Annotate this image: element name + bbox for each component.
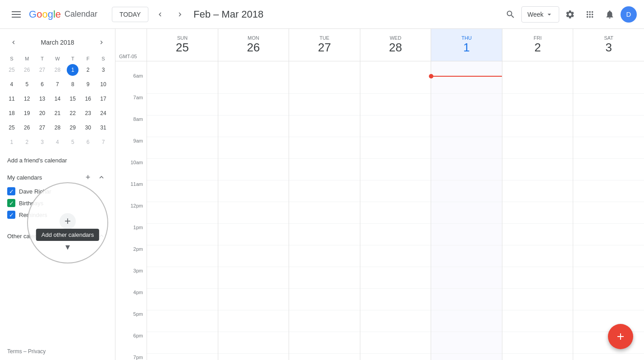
hour-cell[interactable] (218, 245, 289, 267)
hour-cell[interactable] (431, 137, 502, 159)
day-header-thu[interactable]: THU 1 (431, 29, 502, 61)
mini-cal-prev[interactable] (7, 36, 20, 49)
hour-cell[interactable] (147, 354, 218, 360)
mini-cal-day[interactable]: 7 (96, 135, 110, 149)
hour-cell[interactable] (502, 180, 573, 202)
mini-cal-day[interactable]: 4 (5, 78, 19, 91)
mini-cal-day[interactable]: 3 (35, 135, 50, 149)
mini-cal-day[interactable]: 29 (65, 121, 80, 134)
mini-cal-day[interactable]: 1 (5, 135, 19, 149)
hour-cell[interactable] (431, 289, 502, 310)
hour-cell[interactable] (360, 159, 431, 180)
hour-cell[interactable] (289, 354, 360, 360)
privacy-link[interactable]: Privacy (28, 348, 46, 355)
hour-cell[interactable] (289, 94, 360, 115)
hour-cell[interactable] (147, 289, 218, 310)
hour-cell[interactable] (573, 137, 644, 159)
notifications-button[interactable] (601, 5, 619, 23)
mini-cal-day[interactable]: 31 (96, 121, 110, 134)
search-button[interactable] (501, 5, 520, 23)
mini-cal-day[interactable]: 9 (81, 78, 95, 91)
hour-cell[interactable] (573, 245, 644, 267)
hour-cell[interactable] (218, 224, 289, 245)
hour-cell[interactable] (218, 115, 289, 137)
mini-cal-day[interactable]: 6 (81, 135, 95, 149)
hour-cell[interactable] (573, 289, 644, 310)
settings-button[interactable] (561, 5, 579, 23)
mini-cal-day[interactable]: 16 (81, 92, 95, 106)
hour-cell[interactable] (218, 354, 289, 360)
terms-link[interactable]: Terms (7, 348, 22, 355)
hour-cell[interactable] (502, 354, 573, 360)
apps-button[interactable] (581, 5, 599, 23)
hour-cell[interactable] (218, 72, 289, 94)
hour-cell[interactable] (147, 115, 218, 137)
mini-cal-day[interactable]: 5 (65, 135, 80, 149)
mini-cal-day[interactable]: 19 (20, 106, 34, 120)
mini-cal-day[interactable]: 1 (65, 63, 80, 77)
hour-cell[interactable] (147, 202, 218, 224)
mini-cal-day[interactable]: 6 (35, 78, 50, 91)
mini-cal-day[interactable]: 30 (81, 121, 95, 134)
mini-cal-day[interactable]: 27 (35, 63, 50, 77)
mini-cal-day[interactable]: 11 (5, 92, 19, 106)
mini-cal-day[interactable]: 26 (20, 121, 34, 134)
day-header-mon[interactable]: MON 26 (218, 29, 290, 61)
hour-cell[interactable] (147, 267, 218, 289)
hour-cell[interactable] (360, 245, 431, 267)
hour-cell[interactable] (431, 115, 502, 137)
hour-cell[interactable] (289, 137, 360, 159)
hour-cell[interactable] (218, 310, 289, 332)
hour-cell[interactable] (289, 245, 360, 267)
mini-cal-next[interactable] (95, 36, 108, 49)
next-button[interactable] (172, 6, 188, 23)
mini-cal-day[interactable]: 12 (20, 92, 34, 106)
hour-cell[interactable] (289, 289, 360, 310)
mini-cal-day[interactable]: 27 (35, 121, 50, 134)
mini-cal-day[interactable]: 25 (5, 121, 19, 134)
hour-cell[interactable] (573, 159, 644, 180)
hour-cell[interactable] (431, 202, 502, 224)
hour-cell[interactable] (360, 180, 431, 202)
day-header-tue[interactable]: TUE 27 (289, 29, 360, 61)
hour-cell[interactable] (431, 224, 502, 245)
mini-cal-day[interactable]: 24 (96, 106, 110, 120)
hour-cell[interactable] (360, 115, 431, 137)
hour-cell[interactable] (360, 224, 431, 245)
prev-button[interactable] (152, 6, 168, 23)
hour-cell[interactable] (502, 202, 573, 224)
hour-cell[interactable] (218, 94, 289, 115)
hour-cell[interactable] (431, 245, 502, 267)
hour-cell[interactable] (147, 310, 218, 332)
hour-cell[interactable] (147, 137, 218, 159)
hour-cell[interactable] (147, 94, 218, 115)
hour-cell[interactable] (502, 289, 573, 310)
mini-cal-day[interactable]: 20 (35, 106, 50, 120)
hour-cell[interactable] (431, 94, 502, 115)
hour-cell[interactable] (573, 267, 644, 289)
hour-cell[interactable] (502, 224, 573, 245)
view-selector[interactable]: Week (521, 6, 559, 23)
hour-cell[interactable] (289, 72, 360, 94)
hour-cell[interactable] (147, 159, 218, 180)
hour-cell[interactable] (360, 137, 431, 159)
hour-cell[interactable] (360, 354, 431, 360)
hour-cell[interactable] (502, 267, 573, 289)
hour-cell[interactable] (289, 332, 360, 354)
hour-cell[interactable] (573, 180, 644, 202)
day-header-sat[interactable]: SAT 3 (573, 29, 644, 61)
mini-cal-day[interactable]: 23 (81, 106, 95, 120)
hour-cell[interactable] (147, 180, 218, 202)
mini-cal-day[interactable]: 14 (51, 92, 65, 106)
hour-cell[interactable] (573, 224, 644, 245)
hour-cell[interactable] (147, 72, 218, 94)
hour-cell[interactable] (502, 115, 573, 137)
mini-cal-day[interactable]: 13 (35, 92, 50, 106)
hour-cell[interactable] (289, 159, 360, 180)
mini-cal-day[interactable]: 22 (65, 106, 80, 120)
hour-cell[interactable] (360, 310, 431, 332)
add-calendar-button[interactable]: + (82, 171, 94, 184)
mini-cal-day[interactable]: 26 (20, 63, 34, 77)
hour-cell[interactable] (360, 202, 431, 224)
hour-cell[interactable] (147, 245, 218, 267)
